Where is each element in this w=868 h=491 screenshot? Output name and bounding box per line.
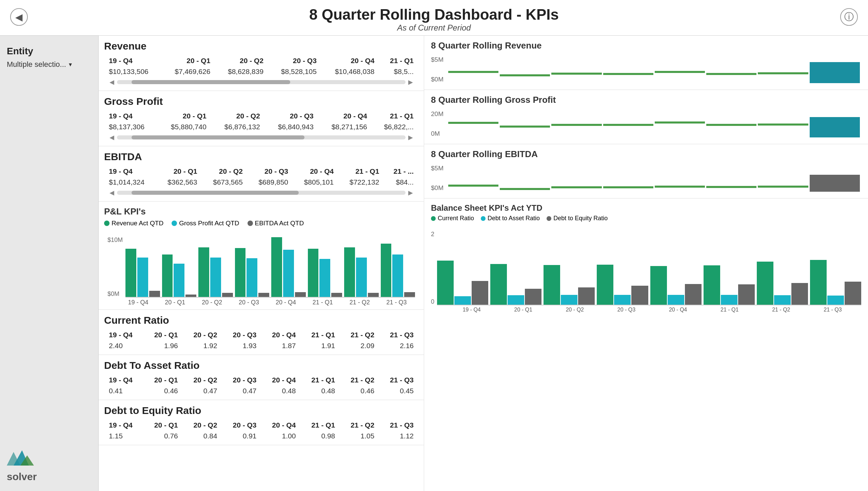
gp-val-5: $8,271,156 [318,121,372,132]
bs-cr-bar-4 [650,266,667,305]
cr-col-7: 21 - Q2 [340,329,379,340]
pl-rev-bar-4 [271,237,282,297]
pl-y-bottom: $0M [107,290,123,298]
current-ratio-table: 19 - Q4 20 - Q1 20 - Q2 20 - Q3 20 - Q4 … [104,329,418,351]
ebitda-scroll-track[interactable] [117,191,406,195]
bs-cr-bar-3 [597,265,613,305]
revenue-chart-bars [447,56,861,83]
ebitda-val-2: $362,563 [157,177,202,188]
gp-val-2: $5,880,740 [158,121,211,132]
cr-legend-dot [431,216,436,221]
bs-der-bar-4 [685,284,702,305]
green-dash-2 [551,124,601,126]
ebitda-y-top: $5M [431,165,443,172]
gp-scrollbar[interactable]: ◀ ▶ [104,132,418,143]
pl-gp-bar-7 [392,254,403,297]
rolling-bar-group-2 [551,110,601,137]
back-button[interactable]: ◀ [10,8,28,26]
gp-legend-dot [172,221,177,226]
gp-scroll-thumb [132,135,305,139]
cr-val-6: 1.91 [300,340,340,351]
pl-x-label-2: 20 - Q2 [194,299,231,306]
revenue-legend-dot [104,221,110,226]
debt-asset-table: 19 - Q4 20 - Q1 20 - Q2 20 - Q3 20 - Q4 … [104,375,418,396]
pl-rev-bar-2 [198,247,209,297]
green-dash-1 [500,74,550,76]
pl-ebitda-bar-1 [185,295,196,297]
gp-scroll-track[interactable] [117,135,406,139]
green-dash-3 [603,186,653,188]
ebitda-data-row: $1,014,324 $362,563 $673,565 $689,850 $8… [104,177,418,188]
bs-y-top: 2 [431,231,434,238]
de-val-1: 1.15 [104,431,143,441]
green-dash-1 [500,126,550,128]
dar-legend-dot [481,216,486,221]
revenue-scrollbar[interactable]: ◀ ▶ [104,77,418,87]
ebitda-col-3: 20 - Q2 [202,166,248,177]
cr-header: 19 - Q4 20 - Q1 20 - Q2 20 - Q3 20 - Q4 … [104,329,418,340]
revenue-data-row: $10,133,506 $7,469,626 $8,628,839 $8,528… [104,66,418,77]
revenue-y-axis: $5M $0M [431,56,443,83]
ebitda-scroll-left[interactable]: ◀ [107,189,117,196]
info-button[interactable]: ⓘ [840,8,858,26]
balance-tables: Current Ratio 19 - Q4 20 - Q1 20 - Q2 20… [99,310,424,445]
rolling-bar-group-4 [655,165,705,192]
ebitda-scrollbar[interactable]: ◀ ▶ [104,188,418,198]
gp-col-4: 20 - Q3 [265,111,318,121]
revenue-scroll-left[interactable]: ◀ [107,78,117,86]
pl-x-label-6: 21 - Q2 [341,299,378,306]
gp-val-3: $6,876,132 [211,121,265,132]
rolling-bar-group-4 [655,56,705,83]
gp-scroll-left[interactable]: ◀ [107,134,117,141]
gp-scroll-right[interactable]: ▶ [406,134,416,141]
entity-label: Entity [7,46,92,57]
da-col-7: 21 - Q2 [340,375,379,385]
ebitda-scroll-right[interactable]: ▶ [406,189,416,196]
de-col-1: 19 - Q4 [104,420,143,431]
ebitda-col-2: 20 - Q1 [157,166,202,177]
bs-x-label-6: 21 - Q2 [755,307,807,313]
gross-profit-table: 19 - Q4 20 - Q1 20 - Q2 20 - Q3 20 - Q4 … [104,111,418,132]
debt-equity-section: Debt to Equity Ratio 19 - Q4 20 - Q1 20 … [99,400,424,445]
green-dash-4 [655,186,705,188]
de-col-2: 20 - Q1 [143,420,183,431]
gross-profit-section: Gross Profit 19 - Q4 20 - Q1 20 - Q2 20 … [99,91,424,146]
rolling-bar-group-5 [706,110,756,137]
da-col-4: 20 - Q3 [222,375,261,385]
bs-bar-group-1 [490,231,541,305]
revenue-scroll-track[interactable] [117,80,406,84]
rolling-bar-group-3 [603,56,653,83]
bs-dar-bar-4 [668,295,684,305]
pl-bar-group-0 [125,237,160,297]
pl-gp-bar-5 [319,259,330,297]
bs-x-label-4: 20 - Q4 [652,307,704,313]
pl-gp-bar-3 [246,258,257,297]
pl-ebitda-bar-7 [404,292,415,297]
pl-gp-bar-2 [210,258,221,297]
bs-der-bar-3 [631,286,648,305]
revenue-val-6: $8,5... [379,66,418,77]
ebitda-val-4: $689,850 [248,177,293,188]
da-col-5: 20 - Q4 [261,375,301,385]
pl-gp-bar-1 [174,264,184,297]
gp-val-6: $6,822,... [372,121,418,132]
pl-x-label-4: 20 - Q4 [268,299,304,306]
rolling-bar-group-2 [551,165,601,192]
bs-y-bottom: 0 [431,298,434,305]
pl-legend: Revenue Act QTD Gross Profit Act QTD EBI… [104,220,418,227]
green-dash-0 [448,185,498,187]
gp-col-5: 20 - Q4 [318,111,372,121]
de-val-8: 1.12 [379,431,418,441]
rolling-bar-group-1 [500,110,550,137]
entity-selector[interactable]: Multiple selectio... ▾ [7,60,92,69]
pl-gp-bar-0 [137,258,148,297]
ebitda-col-5: 20 - Q4 [293,166,338,177]
revenue-section: Revenue 19 - Q4 20 - Q1 20 - Q2 20 - Q3 … [99,36,424,91]
da-val-8: 0.45 [379,385,418,396]
cr-val-3: 1.92 [183,340,222,351]
rolling-revenue-title: 8 Quarter Rolling Revenue [431,40,861,51]
revenue-scroll-right[interactable]: ▶ [406,78,416,86]
bs-y-axis: 2 0 [431,231,434,305]
cr-val-7: 2.09 [340,340,379,351]
pl-x-label-7: 21 - Q3 [378,299,415,306]
